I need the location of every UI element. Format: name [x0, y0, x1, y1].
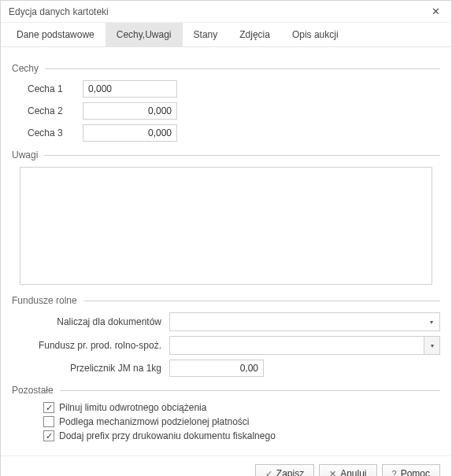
checkbox-pilnuj-label: Pilnuj limitu odwrotnego obciążenia	[59, 402, 206, 413]
naliczaj-select-wrap: ▾	[169, 312, 440, 331]
tab-zdjecia[interactable]: Zdjęcia	[228, 23, 281, 46]
window-title: Edycja danych kartoteki	[9, 6, 109, 17]
tab-stany[interactable]: Stany	[183, 23, 229, 46]
group-title-pozostale: Pozostałe	[12, 385, 54, 396]
close-icon[interactable]: ✕	[426, 6, 445, 17]
check-row-1: ✓ Pilnuj limitu odwrotnego obciążenia	[12, 402, 440, 413]
fundusz-label: Fundusz pr. prod. rolno-spoż.	[12, 340, 169, 351]
checkbox-prefix[interactable]: ✓	[43, 430, 54, 441]
cecha2-input[interactable]	[83, 102, 177, 120]
cecha3-label: Cecha 3	[28, 127, 83, 138]
check-row-3: ✓ Dodaj prefix przy drukowaniu dokumentu…	[12, 430, 440, 441]
group-title-cechy: Cechy	[12, 63, 39, 74]
cecha3-input[interactable]	[83, 124, 177, 142]
fundusz-row: Fundusz pr. prod. rolno-spoż. ▾	[12, 336, 440, 355]
group-pozostale: Pozostałe ✓ Pilnuj limitu odwrotnego obc…	[12, 385, 440, 441]
close-icon: ✕	[329, 470, 336, 477]
przelicznik-label: Przelicznik JM na 1kg	[12, 363, 169, 374]
save-button-label: Zapisz	[276, 468, 304, 476]
cancel-button-label: Anuluj	[340, 468, 366, 476]
cecha1-input[interactable]	[83, 80, 177, 98]
uwagi-textarea[interactable]	[20, 167, 432, 285]
naliczaj-select[interactable]	[169, 312, 440, 331]
group-header-cechy: Cechy	[12, 63, 440, 74]
tabstrip: Dane podstawowe Cechy,Uwagi Stany Zdjęci…	[1, 23, 451, 47]
checkbox-pilnuj[interactable]: ✓	[43, 402, 54, 413]
divider	[44, 155, 440, 156]
tab-content: Cechy Cecha 1 Cecha 2 Cecha 3	[1, 47, 451, 456]
dialog-window: Edycja danych kartoteki ✕ Dane podstawow…	[0, 0, 452, 476]
group-uwagi: Uwagi	[12, 149, 440, 287]
help-button[interactable]: ? Pomoc	[382, 464, 440, 476]
group-title-uwagi: Uwagi	[12, 149, 38, 161]
cecha-row-2: Cecha 2	[28, 102, 440, 120]
help-icon: ?	[392, 470, 397, 477]
checkbox-prefix-label: Dodaj prefix przy drukowaniu dokumentu f…	[59, 430, 276, 441]
cecha-row-3: Cecha 3	[28, 124, 440, 142]
tab-opis-aukcji[interactable]: Opis aukcji	[281, 23, 350, 46]
divider	[45, 68, 440, 69]
group-header-fundusze: Fundusze rolne	[12, 295, 440, 306]
check-icon: ✓	[265, 470, 272, 477]
group-title-fundusze: Fundusze rolne	[12, 295, 77, 306]
fundusz-select[interactable]	[169, 336, 440, 355]
group-cechy: Cechy Cecha 1 Cecha 2 Cecha 3	[12, 63, 440, 142]
divider	[60, 390, 440, 391]
button-bar: ✓ Zapisz ✕ Anuluj ? Pomoc	[1, 456, 451, 476]
checkbox-podlega[interactable]	[43, 416, 54, 427]
cancel-button[interactable]: ✕ Anuluj	[319, 464, 376, 476]
cecha1-label: Cecha 1	[28, 83, 83, 94]
group-fundusze: Fundusze rolne Naliczaj dla dokumentów ▾…	[12, 295, 440, 377]
przelicznik-input[interactable]	[169, 360, 264, 377]
tab-cechy-uwagi[interactable]: Cechy,Uwagi	[106, 23, 183, 46]
save-button[interactable]: ✓ Zapisz	[255, 464, 314, 476]
group-header-uwagi: Uwagi	[12, 149, 440, 161]
help-button-label: Pomoc	[401, 468, 430, 476]
przelicznik-row: Przelicznik JM na 1kg	[12, 360, 440, 377]
naliczaj-row: Naliczaj dla dokumentów ▾	[12, 312, 440, 331]
cecha-row-1: Cecha 1	[28, 80, 440, 98]
titlebar: Edycja danych kartoteki ✕	[1, 1, 451, 23]
naliczaj-label: Naliczaj dla dokumentów	[12, 316, 169, 327]
checkbox-podlega-label: Podlega mechanizmowi podzielonej płatnoś…	[59, 416, 249, 427]
cecha2-label: Cecha 2	[28, 105, 83, 116]
fundusz-select-wrap: ▾	[169, 336, 440, 355]
check-row-2: Podlega mechanizmowi podzielonej płatnoś…	[12, 416, 440, 427]
divider	[83, 301, 440, 301]
tab-dane-podstawowe[interactable]: Dane podstawowe	[6, 23, 106, 46]
group-header-pozostale: Pozostałe	[12, 385, 440, 396]
